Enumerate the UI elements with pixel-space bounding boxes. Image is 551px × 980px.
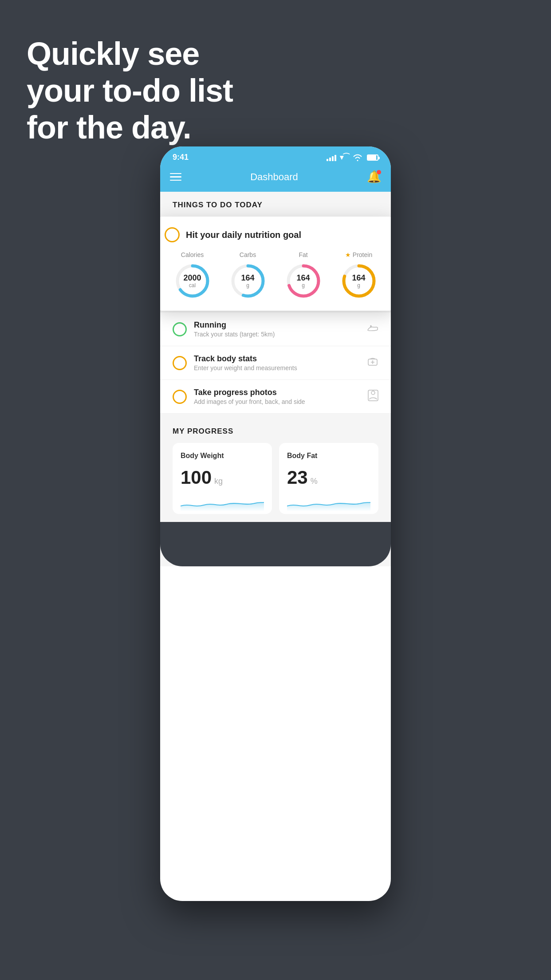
menu-button[interactable] [170, 173, 181, 181]
todo-subtitle: Track your stats (target: 5km) [194, 331, 360, 338]
progress-unit: % [311, 477, 318, 486]
donut-value: 164 [352, 274, 365, 283]
progress-card-title: Body Weight [181, 452, 264, 460]
progress-card: Body Weight 100 kg [173, 443, 272, 514]
star-icon: ★ [345, 251, 351, 258]
donut-protein: 164 g [340, 262, 378, 300]
wave-chart-container [287, 494, 370, 511]
progress-number: 23 [287, 467, 308, 488]
scale-icon [367, 356, 378, 367]
shoe-icon [367, 323, 378, 333]
donut-value: 164 [296, 274, 310, 283]
content-area: THINGS TO DO TODAY Hit your daily nutrit… [160, 192, 391, 566]
donut-carbs: 164 g [229, 262, 267, 300]
signal-icon [327, 154, 336, 161]
progress-value: 23 % [287, 467, 370, 488]
nutrition-item-fat: Fat 164 g [284, 251, 323, 300]
battery-icon [367, 154, 378, 161]
progress-number: 100 [181, 467, 212, 488]
bottom-bg [160, 522, 391, 566]
nutrition-label: Calories [181, 251, 204, 258]
todo-circle [173, 322, 187, 336]
todo-action-icon [367, 323, 378, 336]
todo-item[interactable]: Track body stats Enter your weight and m… [160, 346, 391, 380]
todo-circle [173, 390, 187, 404]
nutrition-card: Hit your daily nutrition goal Calories 2… [160, 217, 391, 311]
donut-unit: g [296, 282, 310, 288]
todo-item[interactable]: Take progress photos Add images of your … [160, 380, 391, 414]
status-bar: 9:41 ▾⁀ [160, 146, 391, 166]
todo-subtitle: Enter your weight and measurements [194, 364, 360, 371]
nutrition-label: Carbs [240, 251, 256, 258]
section-title-progress: MY PROGRESS [173, 427, 378, 436]
nutrition-item-calories: Calories 2000 cal [173, 251, 212, 300]
todo-item[interactable]: Running Track your stats (target: 5km) [160, 312, 391, 346]
nav-title: Dashboard [250, 171, 298, 183]
wave-chart [181, 494, 264, 511]
nutrition-label: Fat [299, 251, 307, 258]
todo-subtitle: Add images of your front, back, and side [194, 398, 361, 405]
svg-point-11 [371, 391, 375, 395]
todo-action-icon [367, 356, 378, 370]
progress-section: MY PROGRESS Body Weight 100 kg Body Fat … [160, 414, 391, 523]
wave-chart [287, 494, 370, 511]
notification-button[interactable]: 🔔 [367, 170, 381, 184]
status-icons: ▾⁀ [327, 153, 378, 162]
nutrition-item-carbs: Carbs 164 g [229, 251, 267, 300]
todo-title: Running [194, 320, 360, 330]
nutrition-grid: Calories 2000 cal Carbs 164 g Fat 164 g … [165, 251, 386, 300]
notification-badge [377, 170, 381, 174]
wifi-icon [353, 154, 362, 161]
donut-fat: 164 g [284, 262, 323, 300]
progress-cards: Body Weight 100 kg Body Fat 23 % [173, 443, 378, 514]
todo-text-block: Track body stats Enter your weight and m… [194, 354, 360, 371]
todo-list: Running Track your stats (target: 5km) T… [160, 312, 391, 414]
person-icon [368, 390, 378, 401]
donut-unit: g [241, 282, 254, 288]
donut-value: 2000 [183, 274, 201, 283]
nutrition-card-title: Hit your daily nutrition goal [186, 230, 301, 240]
donut-unit: cal [183, 282, 201, 288]
progress-card: Body Fat 23 % [279, 443, 378, 514]
nav-bar: Dashboard 🔔 [160, 166, 391, 192]
section-title-today: THINGS TO DO TODAY [160, 201, 391, 217]
time-label: 9:41 [173, 153, 189, 162]
todo-text-block: Running Track your stats (target: 5km) [194, 320, 360, 338]
todo-circle [173, 356, 187, 370]
donut-unit: g [352, 282, 365, 288]
phone-frame: 9:41 ▾⁀ Dashboa [160, 146, 391, 901]
task-circle-nutrition [165, 227, 180, 242]
nutrition-item-protein: ★ Protein 164 g [340, 251, 378, 300]
donut-value: 164 [241, 274, 254, 283]
hero-line1: Quickly see [27, 36, 233, 72]
todo-text-block: Take progress photos Add images of your … [194, 388, 361, 405]
wave-chart-container [181, 494, 264, 511]
wifi-icon: ▾⁀ [340, 153, 349, 162]
todo-title: Track body stats [194, 354, 360, 364]
hero-line2: your to-do list [27, 72, 233, 109]
donut-calories: 2000 cal [173, 262, 212, 300]
hero-text: Quickly see your to-do list for the day. [27, 36, 233, 146]
hero-line3: for the day. [27, 109, 233, 146]
todo-action-icon [368, 390, 378, 404]
todo-title: Take progress photos [194, 388, 361, 397]
progress-unit: kg [214, 477, 223, 486]
progress-value: 100 kg [181, 467, 264, 488]
progress-card-title: Body Fat [287, 452, 370, 460]
